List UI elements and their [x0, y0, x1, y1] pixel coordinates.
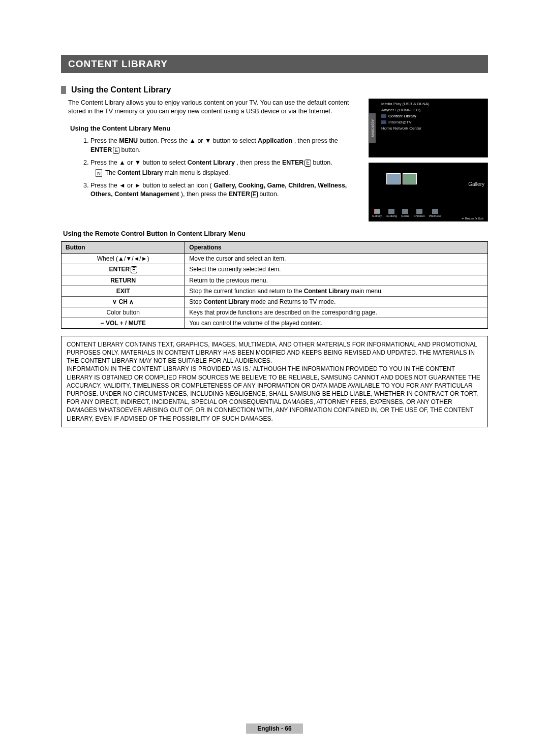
step-3: Press the ◄ or ► button to select an ico…	[90, 181, 360, 199]
op-text: main menu.	[351, 288, 383, 295]
selected-category-label: Gallery	[468, 181, 484, 188]
step-2: Press the ▲ or ▼ button to select Conten…	[90, 159, 360, 177]
step-text: button.	[259, 191, 279, 198]
content-library-label: Content Library	[117, 169, 163, 176]
menu-screenshot-1: Application Media Play (USB & DLNA) Anyn…	[369, 99, 488, 158]
menu-label: MENU	[119, 137, 138, 144]
button-cell: ENTERE	[62, 264, 185, 275]
category-item: Children	[413, 209, 424, 218]
enter-icon: E	[113, 147, 119, 154]
enter-icon: E	[251, 191, 258, 198]
step-text: , then press the	[294, 137, 338, 144]
op-text: Stop the current function and return to …	[189, 288, 303, 295]
category-item: Gallery	[372, 209, 382, 218]
manual-page: CONTENT LIBRARY Using the Content Librar…	[0, 0, 549, 427]
menu-item: Internet@TV	[381, 119, 484, 125]
category-thumb-icon	[388, 209, 394, 214]
enter-label: ENTER	[90, 146, 112, 153]
enter-icon: E	[304, 160, 311, 167]
menu-item-label: Content Library	[388, 114, 416, 118]
section-bullet-icon	[61, 86, 66, 94]
category-label: Gallery	[372, 214, 382, 218]
table-row: Wheel (▲/▼/◄/►) Move the cursor and sele…	[62, 254, 488, 264]
application-label: Application	[258, 137, 292, 144]
op-text: mode and Returns to TV mode.	[251, 298, 336, 305]
table-body: Wheel (▲/▼/◄/►) Move the cursor and sele…	[62, 254, 488, 329]
thumb-icon	[381, 114, 386, 118]
screenshot-footer: ↩ Return ⇲ Exit	[462, 217, 483, 221]
table-row: Color button Keys that provide functions…	[62, 307, 488, 318]
button-cell: RETURN	[62, 275, 185, 286]
note-text: The	[105, 169, 117, 176]
intro-row: The Content Library allows you to enjoy …	[61, 99, 488, 222]
note-icon: N	[96, 169, 102, 177]
menu-usage-heading: Using the Content Library Menu	[70, 124, 360, 133]
page-footer: English - 66	[0, 723, 549, 734]
step-text: Press the ▲ or ▼ button to select	[90, 159, 188, 166]
page-number: English - 66	[246, 723, 302, 734]
step-1: Press the MENU button. Press the ▲ or ▼ …	[90, 137, 360, 154]
enter-label: ENTER	[229, 191, 250, 198]
step-text: button.	[313, 159, 332, 166]
category-label: Cooking	[386, 214, 397, 218]
op-text: Stop	[189, 298, 203, 305]
enter-icon: E	[131, 266, 137, 273]
preview-frame-icon	[403, 173, 417, 184]
button-cell: Color button	[62, 307, 185, 318]
step-text: ), then press the	[181, 191, 229, 198]
menu-screenshot-2: Gallery Gallery Cooking Game Children We…	[369, 163, 488, 222]
category-item: Wellness	[429, 209, 441, 218]
step-text: Press the ◄ or ► button to select an ico…	[90, 182, 212, 189]
button-name: ENTER	[109, 266, 130, 273]
menu-item: Anynet+ (HDMI-CEC)	[381, 107, 484, 113]
disclaimer-box: CONTENT LIBRARY CONTAINS TEXT, GRAPHICS,…	[61, 336, 488, 427]
operation-cell: Move the cursor and select an item.	[185, 254, 488, 264]
content-library-label: Content Library	[203, 298, 249, 305]
category-label: Game	[401, 214, 409, 218]
preview-frames	[386, 173, 417, 184]
thumb-icon	[381, 120, 386, 124]
operation-cell: Return to the previous menu.	[185, 275, 488, 286]
application-tab: Application	[369, 113, 376, 143]
step-text: button. Press the ▲ or ▼ button to selec…	[140, 137, 258, 144]
table-header-button: Button	[62, 242, 185, 254]
menu-item-selected: Content Library	[381, 113, 484, 119]
operation-cell: You can control the volume of the played…	[185, 318, 488, 328]
category-item: Cooking	[386, 209, 397, 218]
table-row: RETURN Return to the previous menu.	[62, 275, 488, 286]
step-text: Press the	[90, 137, 119, 144]
menu-item-label: Internet@TV	[388, 120, 411, 124]
operation-cell: Stop the current function and return to …	[185, 286, 488, 296]
intro-text-block: The Content Library allows you to enjoy …	[61, 99, 362, 222]
menu-list: Media Play (USB & DLNA) Anynet+ (HDMI-CE…	[372, 101, 484, 132]
button-cell: − VOL + / MUTE	[62, 318, 185, 328]
step-note: N The Content Library main menu is displ…	[90, 169, 360, 177]
menu-item: Home Network Center	[381, 125, 484, 132]
table-header-operations: Operations	[185, 242, 488, 254]
category-label: Children	[413, 214, 424, 218]
intro-paragraph: The Content Library allows you to enjoy …	[68, 99, 360, 116]
disclaimer-para-1: CONTENT LIBRARY CONTAINS TEXT, GRAPHICS,…	[67, 340, 482, 365]
screenshot-column: Application Media Play (USB & DLNA) Anyn…	[369, 99, 488, 222]
button-cell: Wheel (▲/▼/◄/►)	[62, 254, 185, 264]
step-text: button.	[121, 146, 141, 153]
button-cell: EXIT	[62, 286, 185, 296]
section-title: Using the Content Library	[71, 85, 171, 94]
category-thumb-icon	[416, 209, 422, 214]
disclaimer-para-2: INFORMATION IN THE CONTENT LIBRARY IS PR…	[67, 365, 482, 422]
button-cell: ∨ CH ∧	[62, 296, 185, 307]
category-item: Game	[401, 209, 409, 218]
step-text: , then press the	[236, 159, 282, 166]
chapter-banner: CONTENT LIBRARY	[61, 55, 488, 73]
enter-label: ENTER	[282, 159, 303, 166]
step-list: Press the MENU button. Press the ▲ or ▼ …	[68, 137, 360, 199]
table-row: ENTERE Select the currently selected ite…	[62, 264, 488, 275]
remote-heading: Using the Remote Control Button in Conte…	[63, 230, 488, 237]
operation-cell: Keys that provide functions are describe…	[185, 307, 488, 318]
operation-cell: Stop Content Library mode and Returns to…	[185, 296, 488, 307]
category-thumb-icon	[432, 209, 438, 214]
preview-frame-icon	[386, 173, 401, 184]
content-library-label: Content Library	[188, 159, 235, 166]
remote-button-table: Button Operations Wheel (▲/▼/◄/►) Move t…	[61, 241, 488, 329]
operation-cell: Select the currently selected item.	[185, 264, 488, 275]
